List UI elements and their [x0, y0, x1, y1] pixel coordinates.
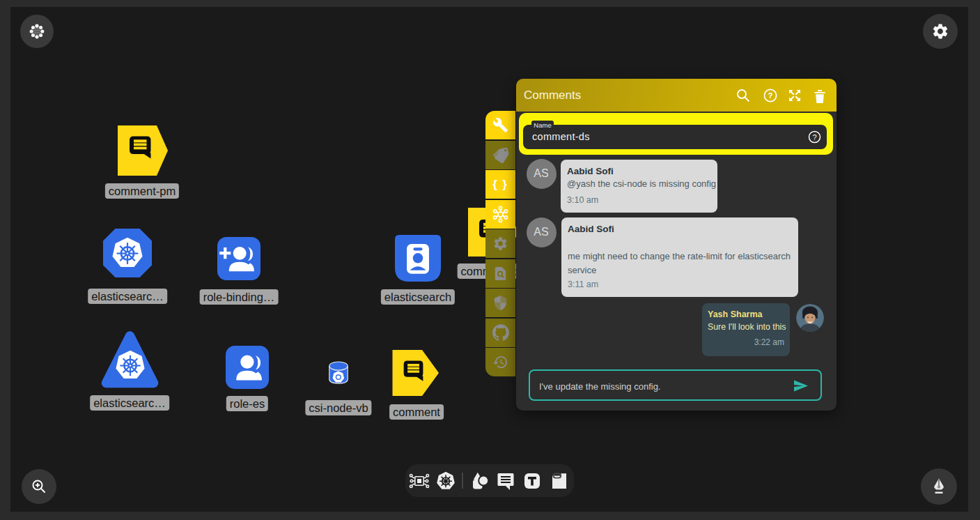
svg-text:?: ?	[768, 91, 772, 100]
svg-text:?: ?	[812, 133, 816, 142]
